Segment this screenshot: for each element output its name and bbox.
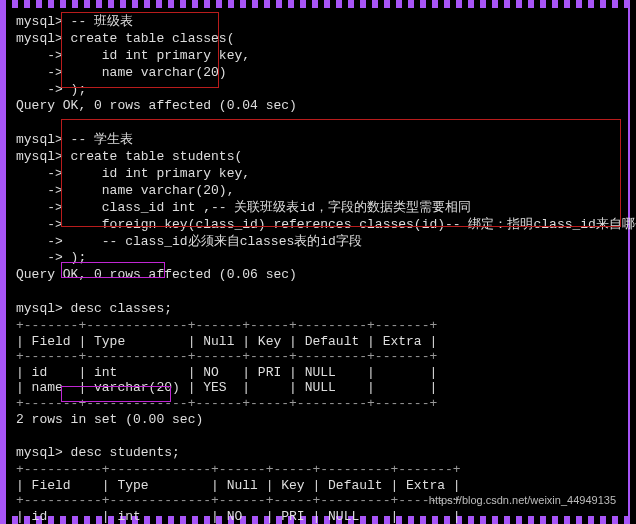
sql-command: mysql> desc students; (16, 445, 620, 462)
table-border: +-------+-------------+------+-----+----… (16, 349, 620, 365)
table-border: +-------+-------------+------+-----+----… (16, 318, 620, 334)
mysql-terminal: mysql> -- 班级表 mysql> create table classe… (8, 8, 628, 516)
query-result: 2 rows in set (0.00 sec) (16, 412, 620, 429)
sql-command: mysql> desc classes; (16, 301, 620, 318)
highlight-box-desc-classes (61, 262, 165, 278)
highlight-box-classes (61, 12, 219, 88)
sql-line: -> -- class_id必须来自classes表的id字段 (16, 234, 620, 251)
highlight-box-students (61, 119, 621, 227)
table-row: | id | int | NO | PRI | NULL | | (16, 365, 620, 381)
table-header: | Field | Type | Null | Key | Default | … (16, 334, 620, 350)
blank-line (16, 284, 620, 301)
watermark-text: https://blog.csdn.net/weixin_44949135 (429, 494, 616, 506)
table-header: | Field | Type | Null | Key | Default | … (16, 478, 620, 494)
highlight-box-desc-students (61, 386, 171, 402)
table-row: | id | int | NO | PRI | NULL | | (16, 509, 620, 524)
blank-line (16, 428, 620, 445)
table-border: +----------+-------------+------+-----+-… (16, 462, 620, 478)
query-result: Query OK, 0 rows affected (0.04 sec) (16, 98, 620, 115)
